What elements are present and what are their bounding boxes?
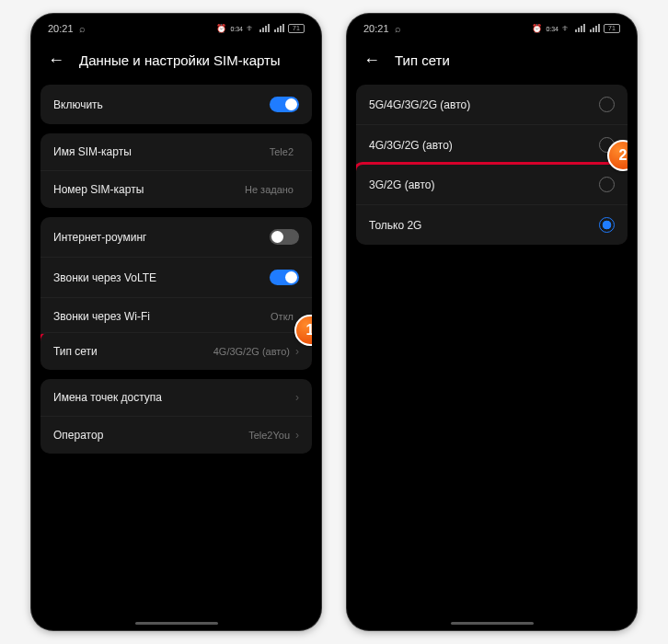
row-value: 4G/3G/2G (авто) [213,346,295,357]
row-network-type[interactable]: Тип сети 4G/3G/2G (авто) › 1 [40,332,312,370]
alarm-time: 0:34 [230,26,243,32]
row-label: Оператор [53,429,103,442]
row-label: Звонки через VoLTE [53,271,156,284]
row-label: Имя SIM-карты [53,145,132,158]
chevron-right-icon: › [295,345,299,358]
alarm-icon: ⏰ [532,24,542,33]
option-4g[interactable]: 4G/3G/2G (авто) [356,124,628,165]
row-label: Номер SIM-карты [53,183,144,196]
signal-icon-2 [589,24,600,34]
row-value: Откл [271,311,299,322]
toggle-volte[interactable] [270,270,299,285]
phone-right: 20:21 ⌕ ⏰ 0:34 ᯤ 71 ← Тип сети 5G/4G/3G/… [347,14,637,630]
option-2g[interactable]: Только 2G [356,204,628,245]
wifi-icon: ᯤ [562,24,570,33]
status-icons: ⏰ 0:34 ᯤ 71 [532,24,620,34]
clock-text: 20:21 [48,23,74,34]
screen-header: ← Данные и настройки SIM-карты [31,38,321,85]
row-wifi-call[interactable]: Звонки через Wi-Fi Откл [40,297,312,335]
alarm-icon: ⏰ [216,24,226,33]
row-roaming[interactable]: Интернет-роуминг [40,217,312,257]
row-value: Tele2 [270,146,299,157]
radio-icon[interactable] [599,177,615,192]
row-label: Интернет-роуминг [53,231,146,244]
row-label: Включить [53,98,103,111]
phone-left: 20:21 ⌕ ⏰ 0:34 ᯤ 71 ← Данные и настройки… [31,14,321,630]
toggle-roaming[interactable] [270,229,299,245]
option-label: 5G/4G/3G/2G (авто) [369,98,470,111]
row-label: Звонки через Wi-Fi [53,310,150,323]
row-volte[interactable]: Звонки через VoLTE [40,257,312,297]
option-5g[interactable]: 5G/4G/3G/2G (авто) [356,85,628,124]
option-label: 4G/3G/2G (авто) [369,139,453,152]
row-label: Имена точек доступа [53,391,162,404]
home-indicator[interactable] [135,622,218,625]
search-icon[interactable]: ⌕ [79,23,86,34]
battery-icon: 71 [288,24,305,33]
chevron-right-icon: › [295,391,299,404]
screen-header: ← Тип сети [347,38,637,85]
signal-icon [574,24,585,34]
alarm-time: 0:34 [546,26,559,32]
status-icons: ⏰ 0:34 ᯤ 71 [216,24,305,34]
status-bar: 20:21 ⌕ ⏰ 0:34 ᯤ 71 [31,14,321,38]
radio-icon-selected[interactable] [599,217,615,233]
row-sim-name[interactable]: Имя SIM-карты Tele2 [40,133,312,170]
option-label: 3G/2G (авто) [369,178,435,191]
option-3g[interactable]: 3G/2G (авто) [356,165,628,204]
row-value: Не задано [245,184,299,195]
clock-text: 20:21 [363,23,389,34]
row-operator[interactable]: Оператор Tele2You › [40,416,312,454]
home-indicator[interactable] [451,622,534,625]
option-label: Только 2G [369,219,421,232]
back-icon[interactable]: ← [48,51,64,70]
row-sim-number[interactable]: Номер SIM-карты Не задано [40,170,312,208]
row-apn[interactable]: Имена точек доступа › [40,379,312,416]
row-enable[interactable]: Включить [40,85,312,124]
battery-icon: 71 [604,24,620,33]
signal-icon-2 [273,24,284,34]
row-label: Тип сети [53,345,98,358]
toggle-enable[interactable] [270,97,299,112]
radio-icon[interactable] [599,97,615,112]
row-value: Tele2You [248,430,295,441]
chevron-right-icon: › [295,429,299,442]
page-title: Тип сети [395,52,450,68]
page-title: Данные и настройки SIM-карты [79,52,281,68]
status-bar: 20:21 ⌕ ⏰ 0:34 ᯤ 71 [347,14,637,38]
wifi-icon: ᯤ [247,24,255,33]
back-icon[interactable]: ← [363,51,380,70]
signal-icon [259,24,270,34]
search-icon[interactable]: ⌕ [395,23,401,34]
